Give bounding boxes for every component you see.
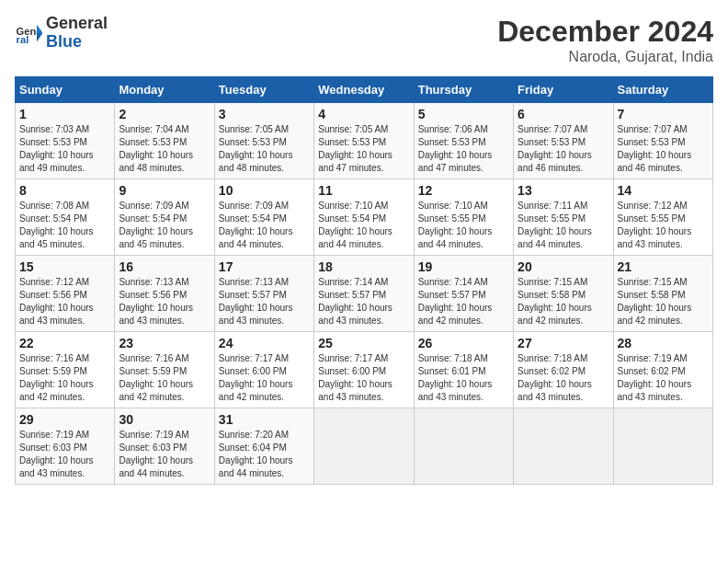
day-info: Sunrise: 7:18 AMSunset: 6:01 PMDaylight:…	[418, 352, 509, 404]
calendar-cell: 28Sunrise: 7:19 AMSunset: 6:02 PMDayligh…	[613, 332, 712, 408]
col-header-monday: Monday	[115, 77, 214, 103]
svg-text:ral: ral	[17, 34, 29, 45]
day-number: 6	[518, 107, 609, 121]
day-info: Sunrise: 7:12 AMSunset: 5:56 PMDaylight:…	[19, 276, 110, 327]
day-info: Sunrise: 7:09 AMSunset: 5:54 PMDaylight:…	[219, 200, 310, 251]
calendar-week-3: 15Sunrise: 7:12 AMSunset: 5:56 PMDayligh…	[16, 256, 713, 332]
calendar-table: SundayMondayTuesdayWednesdayThursdayFrid…	[15, 76, 713, 485]
day-info: Sunrise: 7:19 AMSunset: 6:02 PMDaylight:…	[618, 352, 709, 404]
day-number: 10	[219, 183, 310, 198]
day-number: 27	[518, 336, 609, 350]
col-header-wednesday: Wednesday	[314, 77, 414, 103]
day-info: Sunrise: 7:10 AMSunset: 5:55 PMDaylight:…	[418, 200, 509, 251]
title-block: December 2024 Naroda, Gujarat, India	[497, 15, 713, 65]
day-number: 18	[318, 259, 409, 274]
day-info: Sunrise: 7:19 AMSunset: 6:03 PMDaylight:…	[119, 429, 210, 480]
calendar-cell: 16Sunrise: 7:13 AMSunset: 5:56 PMDayligh…	[115, 256, 214, 332]
day-number: 25	[318, 336, 409, 350]
calendar-cell: 8Sunrise: 7:08 AMSunset: 5:54 PMDaylight…	[16, 179, 115, 256]
calendar-cell: 3Sunrise: 7:05 AMSunset: 5:53 PMDaylight…	[214, 103, 313, 179]
calendar-cell: 31Sunrise: 7:20 AMSunset: 6:04 PMDayligh…	[214, 408, 313, 485]
day-info: Sunrise: 7:05 AMSunset: 5:53 PMDaylight:…	[219, 123, 310, 175]
logo-text: General Blue	[46, 15, 108, 52]
calendar-cell: 15Sunrise: 7:12 AMSunset: 5:56 PMDayligh…	[16, 256, 115, 332]
calendar-cell: 20Sunrise: 7:15 AMSunset: 5:58 PMDayligh…	[514, 256, 613, 332]
day-info: Sunrise: 7:14 AMSunset: 5:57 PMDaylight:…	[318, 276, 409, 327]
calendar-cell	[613, 408, 712, 485]
calendar-cell: 19Sunrise: 7:14 AMSunset: 5:57 PMDayligh…	[414, 256, 513, 332]
day-number: 9	[119, 183, 210, 198]
calendar-cell: 26Sunrise: 7:18 AMSunset: 6:01 PMDayligh…	[414, 332, 513, 408]
calendar-cell: 5Sunrise: 7:06 AMSunset: 5:53 PMDaylight…	[414, 103, 513, 179]
day-info: Sunrise: 7:05 AMSunset: 5:53 PMDaylight:…	[318, 123, 409, 175]
day-info: Sunrise: 7:07 AMSunset: 5:53 PMDaylight:…	[518, 123, 609, 175]
calendar-cell: 10Sunrise: 7:09 AMSunset: 5:54 PMDayligh…	[214, 179, 313, 256]
day-number: 28	[618, 336, 709, 350]
calendar-cell: 17Sunrise: 7:13 AMSunset: 5:57 PMDayligh…	[214, 256, 313, 332]
day-number: 17	[219, 259, 310, 274]
day-number: 13	[518, 183, 609, 198]
day-info: Sunrise: 7:19 AMSunset: 6:03 PMDaylight:…	[19, 429, 110, 480]
day-info: Sunrise: 7:04 AMSunset: 5:53 PMDaylight:…	[119, 123, 210, 175]
calendar-week-2: 8Sunrise: 7:08 AMSunset: 5:54 PMDaylight…	[16, 179, 713, 256]
day-number: 7	[618, 107, 709, 121]
location: Naroda, Gujarat, India	[497, 49, 713, 65]
day-info: Sunrise: 7:16 AMSunset: 5:59 PMDaylight:…	[119, 352, 210, 404]
day-number: 5	[418, 107, 509, 121]
calendar-cell: 9Sunrise: 7:09 AMSunset: 5:54 PMDaylight…	[115, 179, 214, 256]
calendar-cell: 22Sunrise: 7:16 AMSunset: 5:59 PMDayligh…	[16, 332, 115, 408]
day-info: Sunrise: 7:18 AMSunset: 6:02 PMDaylight:…	[518, 352, 609, 404]
day-number: 2	[119, 107, 210, 121]
day-info: Sunrise: 7:17 AMSunset: 6:00 PMDaylight:…	[219, 352, 310, 404]
calendar-cell: 11Sunrise: 7:10 AMSunset: 5:54 PMDayligh…	[314, 179, 414, 256]
calendar-cell: 4Sunrise: 7:05 AMSunset: 5:53 PMDaylight…	[314, 103, 414, 179]
logo: Gene ral General Blue	[15, 15, 108, 52]
day-info: Sunrise: 7:12 AMSunset: 5:55 PMDaylight:…	[618, 200, 709, 251]
day-number: 1	[19, 107, 110, 121]
day-info: Sunrise: 7:03 AMSunset: 5:53 PMDaylight:…	[19, 123, 110, 175]
day-number: 16	[119, 259, 210, 274]
day-number: 12	[418, 183, 509, 198]
calendar-cell	[314, 408, 414, 485]
col-header-friday: Friday	[514, 77, 613, 103]
day-number: 4	[318, 107, 409, 121]
calendar-header-row: SundayMondayTuesdayWednesdayThursdayFrid…	[16, 77, 713, 103]
day-info: Sunrise: 7:16 AMSunset: 5:59 PMDaylight:…	[19, 352, 110, 404]
day-info: Sunrise: 7:06 AMSunset: 5:53 PMDaylight:…	[418, 123, 509, 175]
day-info: Sunrise: 7:07 AMSunset: 5:53 PMDaylight:…	[618, 123, 709, 175]
day-info: Sunrise: 7:10 AMSunset: 5:54 PMDaylight:…	[318, 200, 409, 251]
day-info: Sunrise: 7:08 AMSunset: 5:54 PMDaylight:…	[19, 200, 110, 251]
day-info: Sunrise: 7:14 AMSunset: 5:57 PMDaylight:…	[418, 276, 509, 327]
calendar-week-5: 29Sunrise: 7:19 AMSunset: 6:03 PMDayligh…	[16, 408, 713, 485]
col-header-sunday: Sunday	[16, 77, 115, 103]
calendar-cell: 23Sunrise: 7:16 AMSunset: 5:59 PMDayligh…	[115, 332, 214, 408]
day-number: 23	[119, 336, 210, 350]
calendar-cell	[514, 408, 613, 485]
month-title: December 2024	[497, 15, 713, 49]
calendar-cell: 25Sunrise: 7:17 AMSunset: 6:00 PMDayligh…	[314, 332, 414, 408]
day-number: 8	[19, 183, 110, 198]
day-number: 14	[618, 183, 709, 198]
day-number: 29	[19, 412, 110, 427]
calendar-week-4: 22Sunrise: 7:16 AMSunset: 5:59 PMDayligh…	[16, 332, 713, 408]
day-info: Sunrise: 7:15 AMSunset: 5:58 PMDaylight:…	[518, 276, 609, 327]
day-number: 15	[19, 259, 110, 274]
calendar-cell: 1Sunrise: 7:03 AMSunset: 5:53 PMDaylight…	[16, 103, 115, 179]
calendar-cell: 12Sunrise: 7:10 AMSunset: 5:55 PMDayligh…	[414, 179, 513, 256]
day-info: Sunrise: 7:20 AMSunset: 6:04 PMDaylight:…	[219, 429, 310, 480]
day-info: Sunrise: 7:11 AMSunset: 5:55 PMDaylight:…	[518, 200, 609, 251]
page-header: Gene ral General Blue December 2024 Naro…	[15, 15, 713, 65]
day-number: 20	[518, 259, 609, 274]
calendar-cell: 24Sunrise: 7:17 AMSunset: 6:00 PMDayligh…	[214, 332, 313, 408]
day-info: Sunrise: 7:17 AMSunset: 6:00 PMDaylight:…	[318, 352, 409, 404]
calendar-cell: 13Sunrise: 7:11 AMSunset: 5:55 PMDayligh…	[514, 179, 613, 256]
col-header-thursday: Thursday	[414, 77, 513, 103]
col-header-tuesday: Tuesday	[214, 77, 313, 103]
calendar-cell: 27Sunrise: 7:18 AMSunset: 6:02 PMDayligh…	[514, 332, 613, 408]
calendar-cell: 29Sunrise: 7:19 AMSunset: 6:03 PMDayligh…	[16, 408, 115, 485]
day-info: Sunrise: 7:13 AMSunset: 5:56 PMDaylight:…	[119, 276, 210, 327]
day-number: 31	[219, 412, 310, 427]
calendar-cell: 21Sunrise: 7:15 AMSunset: 5:58 PMDayligh…	[613, 256, 712, 332]
calendar-cell: 2Sunrise: 7:04 AMSunset: 5:53 PMDaylight…	[115, 103, 214, 179]
col-header-saturday: Saturday	[613, 77, 712, 103]
